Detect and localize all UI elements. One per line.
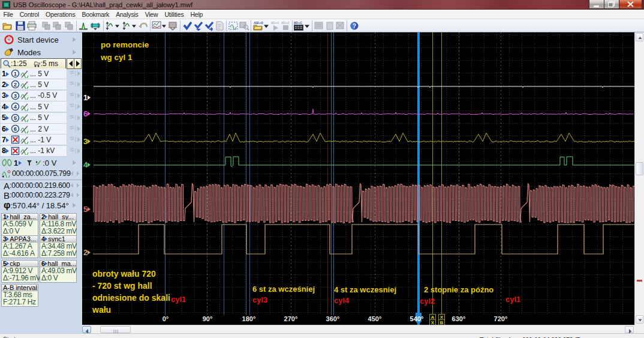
svg-text:6: 6 — [83, 109, 88, 118]
svg-text:A: A — [431, 315, 435, 320]
svg-text:wału: wału — [92, 305, 111, 315]
svg-text:AB+0: AB+0 — [254, 21, 263, 25]
svg-text:B: B — [440, 320, 444, 325]
svg-text:1: 1 — [83, 93, 88, 102]
svg-text:3: 3 — [14, 92, 17, 99]
svg-text:5: 5 — [83, 205, 88, 214]
svg-text:8D+0: 8D+0 — [271, 21, 279, 25]
svg-text:cyl3: cyl3 — [252, 295, 267, 304]
svg-text:4 st za wczesniej: 4 st za wczesniej — [334, 285, 396, 294]
svg-text:X: X — [431, 320, 435, 325]
svg-text:6 st za wcześniej: 6 st za wcześniej — [252, 285, 315, 294]
svg-text:6: 6 — [14, 125, 17, 132]
svg-text:?: ? — [353, 23, 356, 29]
svg-text:2 stopnie za późno: 2 stopnie za późno — [424, 285, 493, 294]
svg-text:odniesione do skali: odniesione do skali — [92, 293, 170, 303]
svg-text:8D+C: 8D+C — [294, 21, 302, 25]
svg-text:X: X — [440, 315, 444, 320]
svg-text:wg cyl 1: wg cyl 1 — [100, 53, 133, 62]
svg-text:540°: 540° — [410, 315, 424, 322]
svg-text:720°: 720° — [494, 315, 508, 322]
svg-text:cyl2: cyl2 — [420, 297, 435, 306]
svg-text:obroty wału 720: obroty wału 720 — [92, 269, 156, 279]
svg-text:cyl1: cyl1 — [505, 295, 520, 304]
svg-text:po remoncie: po remoncie — [101, 40, 149, 49]
svg-text:cyl4: cyl4 — [334, 296, 350, 305]
svg-text:180°: 180° — [242, 315, 256, 322]
svg-text:2: 2 — [14, 81, 17, 88]
svg-text:270°: 270° — [284, 315, 298, 322]
svg-text:630°: 630° — [452, 315, 466, 322]
svg-text:0°: 0° — [162, 315, 169, 322]
svg-text:2: 2 — [83, 248, 88, 257]
svg-text:1: 1 — [14, 70, 17, 77]
svg-text:cyl1: cyl1 — [171, 295, 186, 304]
svg-text:3: 3 — [83, 137, 88, 146]
svg-text:4: 4 — [83, 160, 88, 169]
svg-text:90°: 90° — [203, 315, 213, 322]
svg-text:5: 5 — [14, 115, 17, 121]
svg-text:4: 4 — [14, 103, 17, 110]
svg-text:- 720 st wg hall: - 720 st wg hall — [92, 281, 152, 291]
svg-text:450°: 450° — [368, 315, 382, 322]
svg-text:8D+0: 8D+0 — [281, 21, 289, 25]
svg-text:360°: 360° — [326, 315, 340, 322]
